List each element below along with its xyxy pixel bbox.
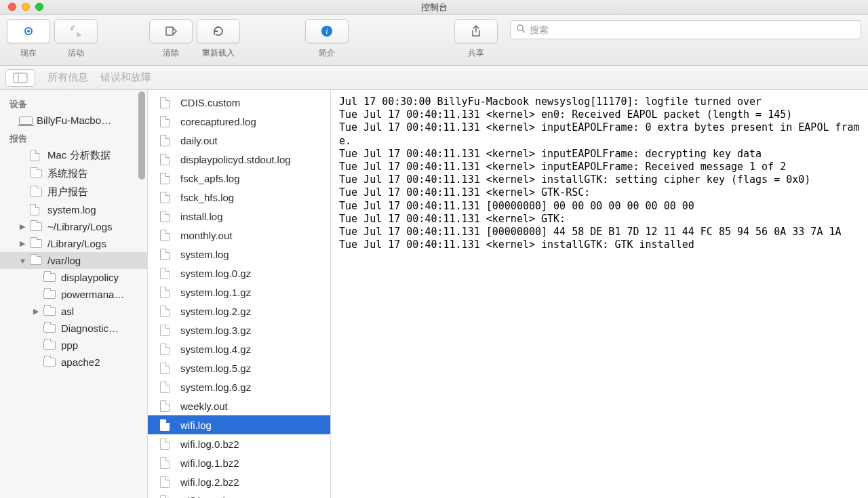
disclosure-triangle-icon[interactable]: ▼: [19, 257, 26, 265]
file-row[interactable]: fsck_hfs.log: [148, 188, 330, 207]
close-button[interactable]: [8, 3, 16, 11]
search-field[interactable]: [510, 20, 861, 39]
sidebar-item[interactable]: 系统报告: [0, 165, 147, 183]
sidebar-device-row[interactable]: BillyFu-Macbo…: [0, 112, 147, 129]
file-row[interactable]: wifi.log.2.bz2: [148, 472, 330, 491]
filelist[interactable]: CDIS.customcorecaptured.logdaily.outdisp…: [148, 90, 331, 498]
file-row[interactable]: CDIS.custom: [148, 93, 330, 112]
minimize-button[interactable]: [22, 3, 30, 11]
share-button[interactable]: [454, 19, 498, 43]
file-icon: [160, 97, 174, 108]
file-name: install.log: [180, 211, 223, 222]
folder-icon: [43, 323, 57, 334]
sidebar-item[interactable]: 用户报告: [0, 183, 147, 201]
file-row[interactable]: corecaptured.log: [148, 112, 330, 131]
file-name: wifi.log.2.bz2: [180, 476, 239, 488]
file-row[interactable]: weekly.out: [148, 396, 330, 415]
sidebar-item-label: ~/Library/Logs: [47, 221, 112, 232]
sidebar-item[interactable]: ▶~/Library/Logs: [0, 218, 147, 235]
file-name: system.log.3.gz: [180, 325, 251, 336]
sidebar-item[interactable]: powermana…: [0, 286, 147, 303]
file-name: system.log.2.gz: [180, 306, 251, 317]
file-row[interactable]: system.log.3.gz: [148, 320, 330, 339]
info-label: 简介: [319, 47, 335, 59]
file-row[interactable]: system.log.1.gz: [148, 283, 330, 302]
filter-all[interactable]: 所有信息: [47, 71, 88, 84]
file-row[interactable]: wifi.log: [148, 415, 330, 434]
sidebar-item[interactable]: ▶asl: [0, 303, 147, 320]
info-button[interactable]: i: [305, 19, 349, 43]
file-row[interactable]: wifi.log.0.bz2: [148, 434, 330, 453]
file-row[interactable]: system.log.4.gz: [148, 339, 330, 358]
file-name: wifi.log.1.bz2: [180, 457, 239, 469]
sidebar-item[interactable]: system.log: [0, 201, 147, 218]
folder-icon: [43, 340, 57, 351]
sidebar-toggle[interactable]: [5, 69, 35, 87]
search-input[interactable]: [530, 24, 855, 35]
filter-errors[interactable]: 错误和故障: [100, 71, 151, 84]
sidebar-item[interactable]: ppp: [0, 337, 147, 354]
file-row[interactable]: system.log.2.gz: [148, 302, 330, 320]
file-name: monthly.out: [180, 230, 232, 241]
console-window: 控制台 现在 活动: [0, 0, 868, 498]
sidebar-item[interactable]: Mac 分析数据: [0, 146, 147, 165]
sidebar-item[interactable]: ▼/var/log: [0, 252, 147, 269]
file-icon: [160, 135, 174, 146]
window-title: 控制台: [0, 1, 868, 14]
sidebar-item-label: asl: [61, 306, 74, 317]
sidebar-item[interactable]: Diagnostic…: [0, 320, 147, 337]
sidebar-item[interactable]: apache2: [0, 354, 147, 371]
info-icon: i: [320, 24, 334, 38]
clear-icon: [164, 24, 178, 38]
log-pane[interactable]: Jul 17 00:30:00 BillyFu-Macbook newsyslo…: [331, 90, 868, 498]
file-row[interactable]: wifi.log.3.bz2: [148, 491, 330, 498]
file-row[interactable]: fsck_apfs.log: [148, 169, 330, 188]
now-label: 现在: [20, 47, 37, 59]
disclosure-triangle-icon[interactable]: ▶: [19, 239, 26, 248]
file-name: fsck_apfs.log: [180, 173, 240, 184]
svg-point-3: [77, 33, 79, 35]
clear-label: 清除: [163, 47, 179, 59]
file-row[interactable]: system.log.6.gz: [148, 377, 330, 396]
file-row[interactable]: system.log: [148, 245, 330, 264]
clear-button[interactable]: [149, 19, 193, 43]
sidebar-item[interactable]: displaypolicy: [0, 269, 147, 286]
sidebar-item-label: Diagnostic…: [61, 323, 119, 334]
file-icon: [30, 150, 43, 161]
file-name: system.log: [180, 249, 229, 260]
reload-icon: [212, 24, 225, 38]
reload-button[interactable]: [197, 19, 240, 43]
file-row[interactable]: displaypolicyd.stdout.log: [148, 150, 330, 169]
folder-icon: [30, 255, 43, 266]
sidebar-item[interactable]: ▶/Library/Logs: [0, 235, 147, 252]
sidebar-item-label: /Library/Logs: [47, 238, 106, 249]
disclosure-triangle-icon[interactable]: ▶: [19, 222, 26, 231]
file-icon: [160, 287, 174, 297]
sidebar-item-label: ppp: [61, 339, 78, 351]
search-icon: [516, 24, 526, 36]
file-name: system.log.4.gz: [180, 344, 251, 355]
sidebar-item-label: 系统报告: [47, 167, 88, 180]
folder-icon: [43, 272, 57, 283]
file-row[interactable]: daily.out: [148, 131, 330, 150]
file-row[interactable]: system.log.5.gz: [148, 358, 330, 377]
folder-icon: [30, 187, 43, 198]
sidebar-scrollbar[interactable]: [138, 91, 146, 497]
file-row[interactable]: install.log: [148, 207, 330, 226]
file-name: daily.out: [180, 135, 218, 146]
file-icon: [160, 362, 174, 373]
file-row[interactable]: wifi.log.1.bz2: [148, 453, 330, 472]
file-row[interactable]: system.log.0.gz: [148, 264, 330, 283]
titlebar: 控制台: [0, 0, 868, 15]
file-row[interactable]: monthly.out: [148, 226, 330, 245]
sidebar-item-label: apache2: [61, 356, 100, 368]
file-icon: [160, 495, 174, 498]
disclosure-triangle-icon[interactable]: ▶: [33, 307, 39, 316]
file-name: wifi.log.3.bz2: [180, 495, 239, 499]
zoom-button[interactable]: [35, 3, 43, 11]
now-button[interactable]: [7, 19, 50, 43]
file-name: wifi.log: [180, 419, 212, 431]
activity-button[interactable]: [54, 19, 98, 43]
share-label: 共享: [468, 47, 484, 59]
file-icon: [160, 306, 174, 316]
